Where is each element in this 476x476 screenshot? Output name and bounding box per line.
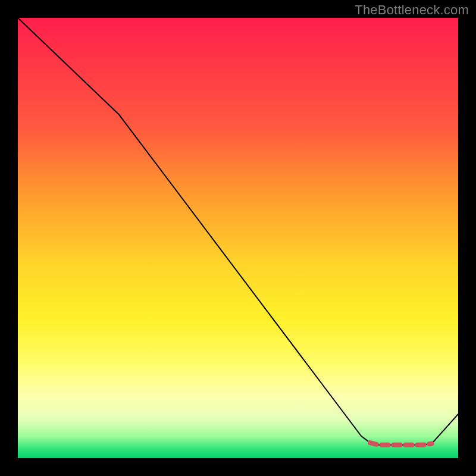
- bottleneck-curve-line: [18, 18, 458, 445]
- chart-svg: [18, 18, 458, 458]
- plot-area: [18, 18, 458, 458]
- chart-frame: TheBottleneck.com: [0, 0, 476, 476]
- watermark-text: TheBottleneck.com: [355, 2, 469, 18]
